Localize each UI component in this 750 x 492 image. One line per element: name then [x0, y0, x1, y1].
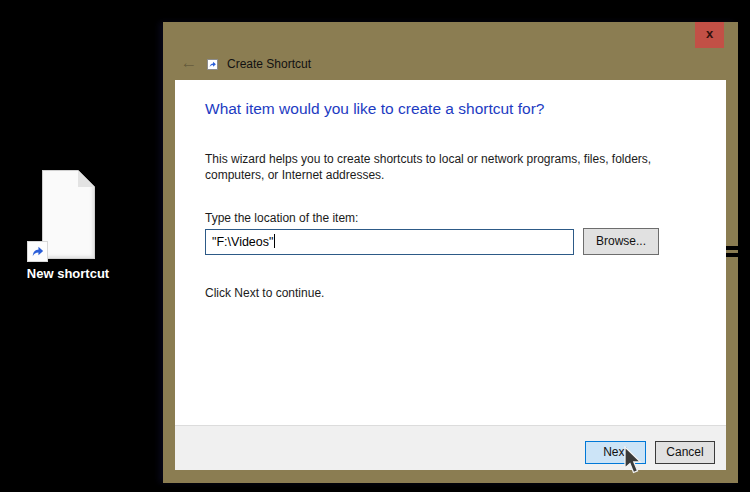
back-arrow-icon[interactable]: ← — [178, 53, 200, 73]
location-label: Type the location of the item: — [205, 211, 358, 225]
desktop-icon-new-shortcut[interactable]: New shortcut — [19, 170, 117, 281]
close-icon[interactable]: x — [695, 22, 724, 48]
wizard-description-line1: This wizard helps you to create shortcut… — [205, 151, 651, 167]
dialog-footer: Next Cancel — [175, 425, 726, 470]
wizard-description: This wizard helps you to create shortcut… — [205, 151, 651, 183]
location-input[interactable]: "F:\Videos" — [205, 229, 574, 255]
next-button[interactable]: Next — [585, 441, 646, 464]
blank-file-icon — [42, 170, 95, 259]
location-input-value: "F:\Videos" — [212, 235, 273, 249]
cancel-button[interactable]: Cancel — [655, 441, 715, 464]
background-line — [726, 246, 750, 250]
page-fold-icon — [78, 170, 95, 187]
dialog-titlebar[interactable]: ← Create Shortcut x — [163, 22, 738, 80]
browse-button[interactable]: Browse... — [583, 228, 659, 255]
wizard-description-line2: computers, or Internet addresses. — [205, 167, 651, 183]
dialog-content: What item would you like to create a sho… — [175, 80, 726, 425]
dialog-title: Create Shortcut — [227, 57, 311, 71]
text-caret — [274, 234, 275, 248]
shortcut-dialog-icon — [207, 59, 218, 70]
shortcut-arrow-icon — [27, 241, 48, 262]
wizard-heading: What item would you like to create a sho… — [205, 100, 544, 118]
next-hint-text: Click Next to continue. — [205, 286, 324, 300]
desktop: { "desktop": { "icon_label": "New shortc… — [0, 0, 750, 492]
desktop-icon-label: New shortcut — [19, 266, 117, 281]
background-line — [726, 253, 750, 257]
create-shortcut-dialog: ← Create Shortcut x What item would you … — [163, 22, 738, 483]
